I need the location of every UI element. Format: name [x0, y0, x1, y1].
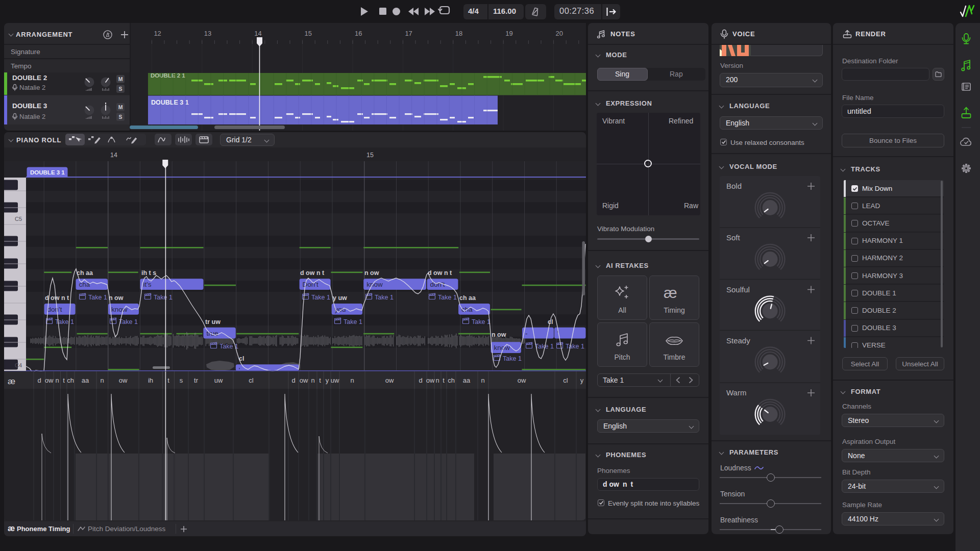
- svg-text:Warm: Warm: [726, 388, 746, 397]
- svg-text:Soulful: Soulful: [726, 285, 750, 294]
- svg-text:aa: aa: [463, 377, 471, 384]
- svg-text:know: know: [111, 306, 128, 313]
- svg-text:DOUBLE 3 1: DOUBLE 3 1: [30, 169, 65, 176]
- svg-text:ow: ow: [426, 377, 435, 384]
- svg-text:tr: tr: [194, 377, 199, 384]
- svg-text:Take 1: Take 1: [503, 355, 522, 362]
- svg-text:y: y: [326, 377, 329, 384]
- svg-text:ch aa: ch aa: [459, 294, 476, 302]
- svg-text:cha: cha: [79, 281, 90, 288]
- svg-text:15: 15: [366, 152, 374, 159]
- svg-text:C5: C5: [15, 216, 22, 222]
- svg-text:t: t: [319, 377, 321, 384]
- svg-text:don't: don't: [430, 281, 445, 288]
- svg-text:ow: ow: [45, 377, 54, 384]
- svg-text:-: -: [525, 330, 528, 337]
- svg-text:n: n: [311, 377, 314, 384]
- svg-text:DOUBLE 2 1: DOUBLE 2 1: [151, 72, 185, 79]
- svg-text:15: 15: [305, 30, 312, 37]
- svg-text:12: 12: [154, 30, 161, 37]
- svg-text:t: t: [63, 377, 65, 384]
- svg-text:Take 1: Take 1: [344, 318, 362, 325]
- svg-text:n: n: [100, 377, 104, 384]
- svg-text:you: you: [335, 306, 346, 313]
- svg-text:16: 16: [355, 30, 362, 37]
- svg-text:d ow n t: d ow n t: [300, 269, 325, 277]
- svg-text:S: S: [118, 86, 122, 92]
- svg-text:Take 1: Take 1: [311, 294, 330, 301]
- svg-text:cl: cl: [563, 377, 568, 384]
- svg-text:ih t s: ih t s: [141, 269, 156, 277]
- svg-text:Steady: Steady: [726, 336, 750, 345]
- svg-text:20: 20: [556, 30, 563, 37]
- svg-text:t: t: [443, 377, 445, 384]
- svg-text:ow: ow: [119, 377, 128, 384]
- svg-text:d: d: [37, 377, 41, 384]
- svg-text:Take 1: Take 1: [566, 343, 584, 350]
- svg-text:æ: æ: [8, 377, 15, 386]
- svg-text:ch aa: ch aa: [77, 269, 93, 277]
- svg-text:t: t: [167, 377, 169, 384]
- svg-text:d: d: [419, 377, 422, 384]
- svg-text:Take 1: Take 1: [375, 294, 394, 301]
- svg-text:S: S: [118, 114, 122, 120]
- svg-text:14: 14: [110, 152, 117, 159]
- svg-text:n: n: [55, 377, 59, 384]
- svg-text:ow: ow: [385, 377, 394, 384]
- svg-text:18: 18: [455, 30, 462, 37]
- svg-text:ow: ow: [300, 377, 308, 384]
- svg-text:M: M: [118, 76, 123, 82]
- svg-text:true: true: [206, 330, 218, 337]
- svg-text:ch: ch: [67, 377, 74, 384]
- svg-text:DOUBLE 3 1: DOUBLE 3 1: [151, 99, 189, 106]
- svg-text:Take 1: Take 1: [438, 294, 457, 301]
- svg-text:ch: ch: [448, 377, 455, 384]
- svg-text:n: n: [350, 377, 354, 384]
- svg-text:Soft: Soft: [726, 233, 741, 242]
- svg-text:d: d: [291, 377, 295, 384]
- svg-text:13: 13: [204, 30, 211, 37]
- svg-text:ih: ih: [148, 377, 153, 384]
- svg-text:d ow n t: d ow n t: [428, 269, 452, 277]
- svg-text:Take 1: Take 1: [88, 294, 107, 301]
- svg-text:don't: don't: [47, 306, 62, 313]
- svg-text:n ow: n ow: [364, 269, 379, 277]
- svg-text:17: 17: [405, 30, 412, 37]
- svg-text:tr uw: tr uw: [205, 318, 220, 325]
- svg-text:n: n: [481, 377, 484, 384]
- svg-text:aa: aa: [82, 377, 89, 384]
- svg-text:cl: cl: [249, 377, 254, 384]
- svg-text:19: 19: [505, 30, 512, 37]
- svg-text:s: s: [180, 377, 183, 384]
- svg-text:C4: C4: [15, 362, 22, 368]
- svg-text:Bold: Bold: [726, 182, 742, 190]
- svg-text:Take 1: Take 1: [472, 318, 491, 325]
- svg-text:y: y: [580, 377, 584, 384]
- svg-text:n: n: [435, 377, 439, 384]
- svg-text:ow: ow: [518, 377, 526, 384]
- svg-text:uw: uw: [331, 377, 339, 384]
- svg-text:Take 1: Take 1: [119, 318, 138, 325]
- svg-text:M: M: [118, 104, 123, 110]
- svg-text:n ow: n ow: [492, 331, 506, 338]
- svg-text:Take 1: Take 1: [154, 294, 173, 301]
- svg-text:y uw: y uw: [333, 294, 347, 302]
- svg-text:uw: uw: [214, 377, 223, 384]
- svg-text:14: 14: [254, 30, 261, 37]
- svg-text:it's: it's: [143, 281, 152, 288]
- svg-text:n ow: n ow: [109, 294, 124, 302]
